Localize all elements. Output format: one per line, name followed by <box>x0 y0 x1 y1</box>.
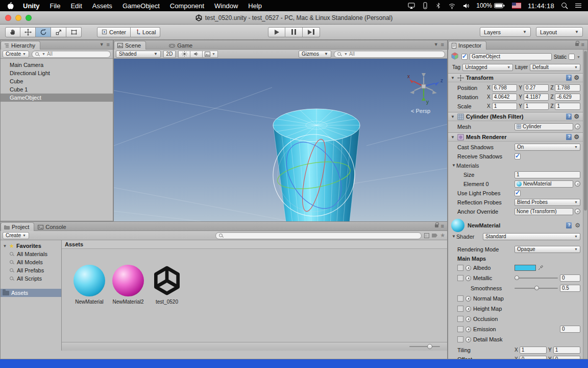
help-book-icon[interactable] <box>566 113 572 120</box>
foldout-icon[interactable]: ▼ <box>451 234 456 239</box>
smoothness-slider[interactable] <box>514 285 558 292</box>
layout-dropdown[interactable]: Layout▼ <box>536 27 583 37</box>
offset-y-field[interactable]: 0 <box>553 356 580 360</box>
material-header[interactable]: NewMaterial ⚙ <box>451 219 580 232</box>
hierarchy-item-main-camera[interactable]: Main Camera <box>1 61 113 69</box>
texture-slot[interactable] <box>457 275 463 281</box>
zoom-button[interactable] <box>26 15 32 21</box>
asset-test-0520[interactable]: test_0520 <box>148 264 186 305</box>
wifi-icon[interactable] <box>448 3 456 9</box>
minimize-button[interactable] <box>15 15 21 21</box>
assets-folder-row[interactable]: Assets <box>1 289 61 297</box>
menu-file[interactable]: File <box>45 0 66 11</box>
gizmo-axis-x-label[interactable]: x <box>407 74 410 79</box>
texture-picker-icon[interactable] <box>465 316 471 322</box>
slider-knob[interactable] <box>514 275 519 280</box>
metallic-value-field[interactable]: 0 <box>560 274 580 282</box>
scale-tool-button[interactable] <box>51 27 66 37</box>
tab-console[interactable]: Console <box>34 222 71 231</box>
foldout-icon[interactable]: ▼ <box>451 163 456 168</box>
mesh-filter-header[interactable]: ▼ Cylinder (Mesh Filter) ⚙ <box>448 112 587 121</box>
materials-size-field[interactable]: 1 <box>514 171 580 178</box>
tab-project[interactable]: Project <box>1 222 34 231</box>
rect-tool-button[interactable] <box>66 27 82 37</box>
mesh-object-field[interactable]: Cylinder <box>514 123 573 130</box>
element0-object-field[interactable]: NewMaterial <box>514 180 573 188</box>
tab-game[interactable]: Game <box>165 41 198 50</box>
slider-knob[interactable] <box>427 344 432 349</box>
handoff-phone-icon[interactable] <box>422 2 429 9</box>
project-search-input[interactable] <box>215 232 422 239</box>
layer-dropdown[interactable]: Default▼ <box>530 64 580 71</box>
hierarchy-item-cube-1[interactable]: Cube 1 <box>1 85 113 94</box>
menu-list-icon[interactable] <box>575 3 582 9</box>
search-by-label-icon[interactable] <box>432 234 437 238</box>
gameobject-name-field[interactable]: GameObject <box>470 53 552 60</box>
texture-picker-icon[interactable] <box>465 265 471 271</box>
menu-component[interactable]: Component <box>165 0 209 11</box>
texture-picker-icon[interactable] <box>465 296 471 302</box>
move-tool-button[interactable] <box>20 27 36 37</box>
draw-mode-dropdown[interactable]: Shaded▼ <box>116 51 161 58</box>
foldout-icon[interactable]: ▼ <box>450 114 455 119</box>
mesh-renderer-header[interactable]: ▼ Mesh Renderer ⚙ <box>448 132 587 142</box>
project-breadcrumb[interactable]: Assets <box>62 240 447 249</box>
object-picker-icon[interactable] <box>575 181 580 187</box>
favorites-root[interactable]: ▼ ★ Favorites <box>1 242 61 250</box>
save-search-icon[interactable]: ★ <box>440 232 445 239</box>
eyedropper-icon[interactable] <box>538 265 543 270</box>
rotation-x-field[interactable]: 4.0642 <box>492 94 518 101</box>
hand-tool-button[interactable] <box>5 27 20 37</box>
scale-x-field[interactable]: 1 <box>492 103 518 110</box>
hierarchy-item-directional-light[interactable]: Directional Light <box>1 69 113 77</box>
light-probes-checkbox[interactable] <box>514 190 521 196</box>
menu-assets[interactable]: Assets <box>87 0 117 11</box>
hierarchy-search-input[interactable]: ▼ All <box>32 51 111 58</box>
battery-icon[interactable] <box>494 3 505 9</box>
texture-picker-icon[interactable] <box>465 275 471 281</box>
apple-menu-icon[interactable] <box>6 2 18 10</box>
tiling-x-field[interactable]: 1 <box>520 347 547 354</box>
static-checkbox[interactable] <box>569 54 575 60</box>
menu-edit[interactable]: Edit <box>65 0 87 11</box>
help-book-icon[interactable] <box>566 75 572 81</box>
emission-value-field[interactable]: 0 <box>560 326 580 333</box>
texture-slot[interactable] <box>457 265 463 271</box>
rendering-mode-dropdown[interactable]: Opaque▼ <box>514 246 580 253</box>
airplay-icon[interactable] <box>408 2 415 9</box>
pause-button[interactable] <box>285 27 303 37</box>
anchor-object-field[interactable]: None (Transform) <box>514 208 573 215</box>
lock-icon[interactable] <box>575 43 579 46</box>
thumbnail-size-slider[interactable] <box>409 346 440 347</box>
project-create-button[interactable]: Create▼ <box>3 232 29 239</box>
shader-dropdown[interactable]: Standard▼ <box>483 233 580 240</box>
slider-knob[interactable] <box>534 286 539 290</box>
search-by-type-icon[interactable] <box>424 233 429 238</box>
cast-shadows-dropdown[interactable]: On▼ <box>514 144 580 151</box>
foldout-icon[interactable]: ▼ <box>3 244 7 248</box>
menu-window[interactable]: Window <box>209 0 243 11</box>
material-preview-sphere[interactable] <box>451 219 464 232</box>
volume-icon[interactable] <box>462 3 470 9</box>
spotlight-icon[interactable] <box>561 2 568 9</box>
foldout-icon[interactable]: ▼ <box>450 135 455 140</box>
asset-newmaterial[interactable]: NewMaterial <box>70 264 109 305</box>
albedo-color-swatch[interactable] <box>514 265 536 271</box>
rotation-y-field[interactable]: 4.1187 <box>524 94 549 101</box>
transform-header[interactable]: ▼ Transform ⚙ <box>448 73 587 82</box>
close-button[interactable] <box>5 15 11 21</box>
position-y-field[interactable]: 0.27 <box>524 84 549 91</box>
position-x-field[interactable]: 6.798 <box>492 84 518 91</box>
help-book-icon[interactable] <box>566 222 572 228</box>
pivot-toggle-button[interactable]: Center <box>97 27 131 37</box>
scene-viewport[interactable]: x z y < Persp <box>114 59 447 221</box>
menubar-clock[interactable]: 11:44:18 <box>528 2 554 10</box>
perspective-toggle-label[interactable]: < Persp <box>411 108 430 114</box>
help-book-icon[interactable] <box>566 134 572 140</box>
effects-dropdown-button[interactable]: ▼ <box>203 51 218 58</box>
search-filter-dropdown-icon[interactable]: ▼ <box>344 52 348 56</box>
scene-search-input[interactable]: ▼ All <box>334 51 445 58</box>
static-dropdown-icon[interactable]: ▼ <box>577 55 580 59</box>
space-toggle-button[interactable]: Local <box>131 27 160 37</box>
lighting-toggle-button[interactable] <box>178 51 190 58</box>
